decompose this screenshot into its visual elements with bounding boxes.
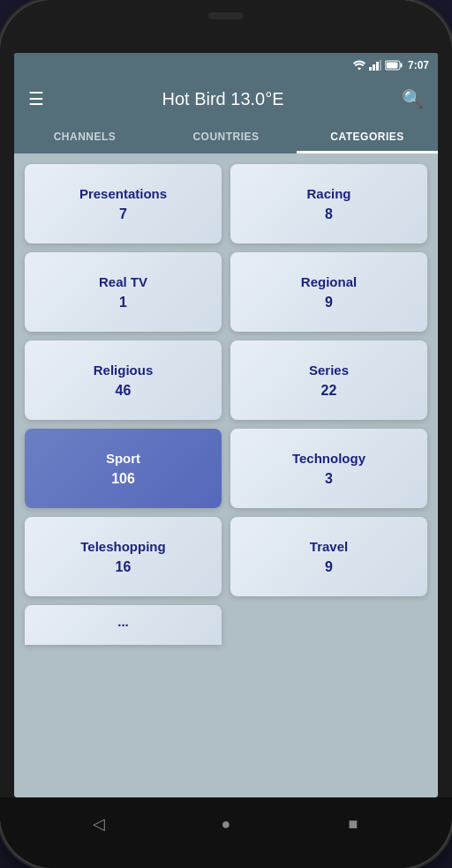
signal-icon	[369, 60, 381, 71]
category-travel[interactable]: Travel 9	[230, 517, 427, 596]
recents-button[interactable]: ■	[343, 814, 363, 834]
clock: 7:07	[408, 59, 429, 71]
category-presentations[interactable]: Presentations 7	[25, 164, 222, 243]
phone-device: 7:07 ☰ Hot Bird 13.0°E 🔍 CHANNELS COUNTR…	[0, 0, 452, 868]
category-racing[interactable]: Racing 8	[230, 164, 427, 243]
categories-grid: Presentations 7 Racing 8 Real TV 1 Regio…	[25, 164, 427, 596]
page-title: Hot Bird 13.0°E	[55, 89, 391, 109]
svg-rect-6	[386, 63, 397, 69]
svg-rect-1	[373, 64, 375, 71]
phone-screen: 7:07 ☰ Hot Bird 13.0°E 🔍 CHANNELS COUNTR…	[14, 53, 438, 797]
svg-rect-2	[376, 62, 379, 71]
tab-categories[interactable]: CATEGORIES	[297, 120, 438, 153]
tab-countries[interactable]: COUNTRIES	[155, 120, 297, 153]
search-button[interactable]: 🔍	[402, 88, 424, 109]
phone-speaker	[208, 12, 244, 19]
svg-rect-0	[369, 67, 372, 71]
tab-bar: CHANNELS COUNTRIES CATEGORIES	[14, 120, 438, 153]
tab-channels[interactable]: CHANNELS	[14, 120, 155, 153]
category-religious[interactable]: Religious 46	[25, 340, 222, 420]
hamburger-button[interactable]: ☰	[28, 88, 44, 109]
wifi-icon	[353, 60, 365, 71]
svg-rect-5	[400, 64, 402, 68]
category-sport[interactable]: Sport 106	[25, 429, 222, 508]
svg-rect-3	[380, 60, 381, 71]
battery-icon	[385, 60, 403, 71]
category-teleshopping[interactable]: Teleshopping 16	[25, 517, 222, 596]
category-realtv[interactable]: Real TV 1	[25, 252, 222, 332]
category-regional[interactable]: Regional 9	[230, 252, 427, 332]
category-series[interactable]: Series 22	[230, 340, 427, 420]
home-button[interactable]: ●	[216, 814, 236, 834]
status-bar: 7:07	[14, 53, 438, 78]
back-button[interactable]: ◁	[89, 814, 109, 834]
category-partial-left: ···	[25, 605, 222, 645]
category-technology[interactable]: Technology 3	[230, 429, 427, 508]
content-area: Presentations 7 Racing 8 Real TV 1 Regio…	[14, 153, 438, 797]
app-header: ☰ Hot Bird 13.0°E 🔍	[14, 78, 438, 120]
phone-nav: ◁ ● ■	[0, 797, 452, 868]
